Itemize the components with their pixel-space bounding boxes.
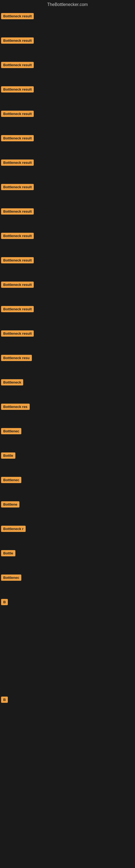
- result-row: [0, 716, 135, 741]
- bottleneck-badge[interactable]: Bottle: [1, 453, 15, 459]
- result-row: Bottleneck result: [0, 155, 135, 179]
- bottleneck-badge[interactable]: Bottlene: [1, 501, 19, 507]
- bottleneck-badge[interactable]: Bottleneck result: [1, 208, 34, 215]
- result-row: Bottleneck result: [0, 33, 135, 57]
- result-row: Bottle: [0, 447, 135, 472]
- result-row: [0, 814, 135, 838]
- result-row: Bottleneck r: [0, 521, 135, 545]
- bottleneck-badge[interactable]: Bottlenec: [1, 477, 21, 483]
- bottleneck-badge[interactable]: Bottlenec: [1, 428, 21, 434]
- result-row: [0, 765, 135, 789]
- bottleneck-badge[interactable]: Bottleneck: [1, 379, 23, 385]
- bottleneck-badge[interactable]: Bottleneck result: [1, 257, 34, 264]
- result-row: [0, 741, 135, 765]
- result-row: Bottleneck result: [0, 228, 135, 252]
- bottleneck-badge[interactable]: Bottleneck result: [1, 184, 34, 190]
- bottleneck-badge[interactable]: Bottlenec: [1, 575, 21, 581]
- result-row: B: [0, 594, 135, 618]
- result-row: Bottleneck result: [0, 204, 135, 228]
- bottleneck-badge[interactable]: Bottleneck result: [1, 233, 34, 239]
- bottleneck-badge[interactable]: Bottle: [1, 550, 15, 556]
- bottleneck-badge[interactable]: Bottleneck res: [1, 404, 30, 410]
- result-row: B: [0, 692, 135, 716]
- bottleneck-badge[interactable]: Bottleneck result: [1, 62, 34, 68]
- result-row: Bottlene: [0, 496, 135, 521]
- bottleneck-badge[interactable]: Bottleneck r: [1, 526, 26, 532]
- result-row: Bottleneck result: [0, 57, 135, 82]
- bottleneck-badge[interactable]: Bottleneck result: [1, 135, 34, 141]
- result-row: Bottleneck result: [0, 106, 135, 130]
- bottleneck-badge[interactable]: Bottleneck result: [1, 111, 34, 117]
- bottleneck-badge[interactable]: Bottleneck result: [1, 282, 34, 288]
- bottleneck-badge[interactable]: Bottleneck result: [1, 13, 34, 19]
- bottleneck-badge[interactable]: Bottleneck result: [1, 86, 34, 93]
- bottleneck-badge[interactable]: Bottleneck result: [1, 159, 34, 166]
- result-row: Bottleneck result: [0, 326, 135, 350]
- result-row: [0, 643, 135, 667]
- result-row: Bottleneck result: [0, 277, 135, 301]
- result-row: [0, 667, 135, 692]
- result-row: Bottle: [0, 545, 135, 569]
- bottleneck-badge[interactable]: Bottleneck result: [1, 306, 34, 312]
- bottleneck-badge[interactable]: Bottleneck resu: [1, 355, 32, 361]
- result-row: [0, 618, 135, 643]
- result-row: Bottleneck result: [0, 252, 135, 277]
- result-row: Bottleneck result: [0, 82, 135, 106]
- bottleneck-badge[interactable]: B: [1, 599, 8, 605]
- bottleneck-badge[interactable]: Bottleneck result: [1, 330, 34, 337]
- bottleneck-badge[interactable]: Bottleneck result: [1, 37, 34, 44]
- result-row: [0, 789, 135, 814]
- result-row: Bottleneck: [0, 374, 135, 399]
- bottleneck-badge[interactable]: B: [1, 696, 8, 703]
- site-title: TheBottlenecker.com: [0, 0, 135, 8]
- result-row: Bottleneck result: [0, 8, 135, 33]
- result-row: Bottlenec: [0, 423, 135, 447]
- result-row: Bottlenec: [0, 569, 135, 594]
- result-row: Bottleneck result: [0, 301, 135, 326]
- result-row: Bottleneck res: [0, 399, 135, 423]
- result-row: Bottleneck resu: [0, 350, 135, 374]
- result-row: Bottlenec: [0, 472, 135, 496]
- result-row: Bottleneck result: [0, 130, 135, 155]
- result-row: Bottleneck result: [0, 179, 135, 204]
